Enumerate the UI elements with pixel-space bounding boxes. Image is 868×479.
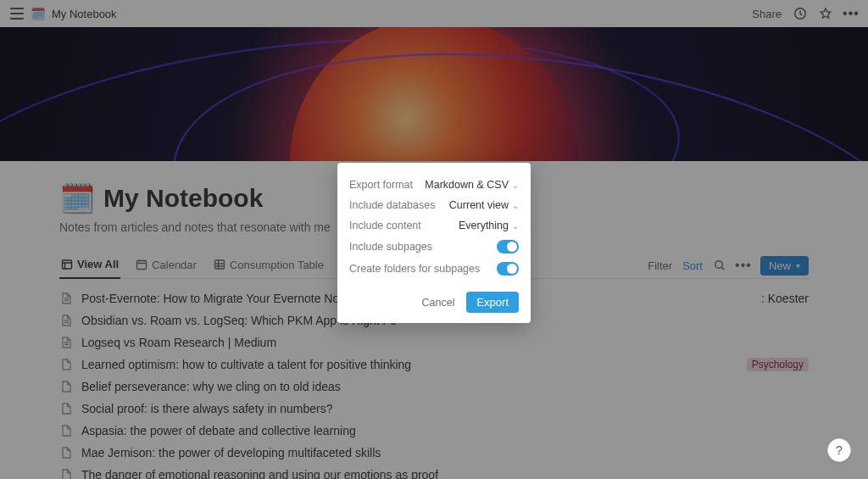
include-databases-select[interactable]: Current view ⌄ <box>449 199 519 211</box>
select-value: Everything <box>459 220 509 231</box>
include-databases-row: Include databases Current view ⌄ <box>349 195 519 215</box>
select-value: Markdown & CSV <box>425 179 509 191</box>
include-content-select[interactable]: Everything ⌄ <box>459 220 519 231</box>
dialog-label: Include subpages <box>349 241 432 253</box>
export-format-select[interactable]: Markdown & CSV ⌄ <box>425 179 519 191</box>
chevron-down-icon: ⌄ <box>512 181 519 190</box>
help-button[interactable]: ? <box>827 438 851 462</box>
cancel-button[interactable]: Cancel <box>422 297 455 309</box>
create-folders-toggle[interactable] <box>497 262 519 276</box>
dialog-label: Export format <box>349 179 413 191</box>
include-content-row: Include content Everything ⌄ <box>349 215 519 236</box>
select-value: Current view <box>449 199 509 211</box>
include-subpages-toggle[interactable] <box>497 240 519 253</box>
dialog-label: Create folders for subpages <box>349 263 480 275</box>
dialog-label: Include databases <box>349 199 435 211</box>
export-dialog: Export format Markdown & CSV ⌄ Include d… <box>337 163 531 323</box>
chevron-down-icon: ⌄ <box>512 201 519 210</box>
include-subpages-row: Include subpages <box>349 236 519 258</box>
chevron-down-icon: ⌄ <box>512 221 519 231</box>
dialog-label: Include content <box>349 220 421 231</box>
export-format-row: Export format Markdown & CSV ⌄ <box>349 175 519 195</box>
create-folders-row: Create folders for subpages <box>349 258 519 280</box>
export-button[interactable]: Export <box>466 292 519 313</box>
